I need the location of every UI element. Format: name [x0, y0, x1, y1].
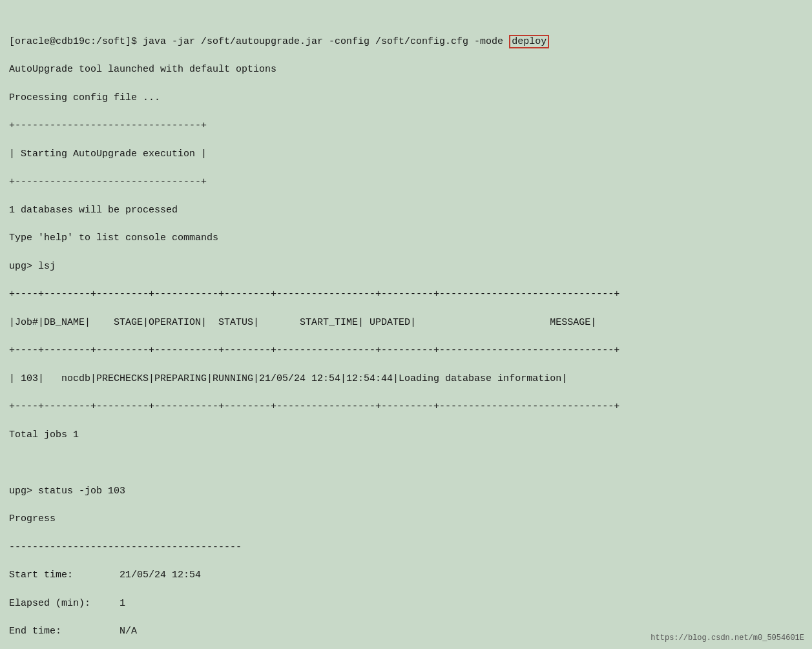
- empty-line-1: [9, 456, 803, 470]
- lsj-border-top: +----+--------+---------+-----------+---…: [9, 287, 803, 302]
- total-jobs: Total jobs 1: [9, 428, 803, 442]
- lsj-border-mid: +----+--------+---------+-----------+---…: [9, 344, 803, 358]
- progress-divider: ----------------------------------------: [9, 541, 803, 555]
- output-line-3: Processing config file ...: [9, 91, 803, 105]
- progress-label: Progress: [9, 512, 803, 526]
- footer-url: https://blog.csdn.net/m0_5054601E: [651, 633, 804, 644]
- autoupgrade-header: | Starting AutoUpgrade execution |: [9, 147, 803, 161]
- table-border-2: +--------------------------------+: [9, 175, 803, 189]
- output-line-2: AutoUpgrade tool launched with default o…: [9, 63, 803, 77]
- elapsed-min: Elapsed (min): 1: [9, 597, 803, 611]
- db-count: 1 databases will be processed: [9, 203, 803, 218]
- lsj-header: |Job#|DB_NAME| STAGE|OPERATION| STATUS| …: [9, 316, 803, 330]
- lsj-border-bot: +----+--------+---------+-----------+---…: [9, 400, 803, 414]
- status-command: upg> status -job 103: [9, 484, 803, 499]
- cmd-prefix: [oracle@cdb19c:/soft]$ java -jar /soft/a…: [9, 36, 509, 47]
- start-time: Start time: 21/05/24 12:54: [9, 568, 803, 582]
- terminal-output: [oracle@cdb19c:/soft]$ java -jar /soft/a…: [9, 6, 803, 649]
- command-line-1: [oracle@cdb19c:/soft]$ java -jar /soft/a…: [9, 35, 803, 49]
- lsj-command: upg> lsj: [9, 260, 803, 274]
- lsj-row-1: | 103| nocdb|PRECHECKS|PREPARING|RUNNING…: [9, 372, 803, 386]
- deploy-highlight: deploy: [509, 35, 549, 48]
- help-hint: Type 'help' to list console commands: [9, 231, 803, 245]
- table-border-1: +--------------------------------+: [9, 119, 803, 133]
